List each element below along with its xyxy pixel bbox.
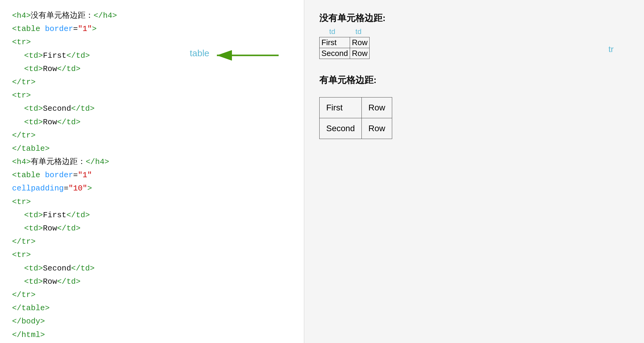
code-line: </tr> (12, 235, 292, 248)
table-cell: Row (350, 48, 370, 59)
code-line: </tr> (12, 288, 292, 301)
code-line: <td>Row</td> (12, 62, 292, 76)
td-labels: td td (320, 27, 629, 36)
code-line: </html> (12, 328, 292, 341)
code-line: </body> (12, 315, 292, 328)
code-line: <td>First</td> (12, 209, 292, 222)
code-line: </table> (12, 142, 292, 155)
code-line: <td>Second</td> (12, 262, 292, 275)
table-cell: First (320, 37, 350, 48)
code-line: </tr> (12, 129, 292, 142)
table-row: FirstRow (320, 37, 370, 48)
code-line: <td>Row</td> (12, 116, 292, 129)
code-line: <td>Row</td> (12, 222, 292, 235)
code-line: </table> (12, 301, 292, 315)
code-line: <tr> (12, 195, 292, 209)
table-cell: Second (320, 48, 350, 59)
table-with-padding: FirstRowSecondRow (319, 97, 392, 139)
code-line: <tr> (12, 36, 292, 49)
preview-panel: table tr 没有单元格边距: td td FirstRowSecondRo… (304, 0, 644, 343)
code-line: <td>Second</td> (12, 102, 292, 115)
code-line: <h4>有单元格边距：</h4> (12, 155, 292, 168)
tr-label: tr (608, 45, 614, 54)
arrow-icon (214, 49, 280, 63)
table-cell: Second (320, 118, 362, 139)
table-cell: First (320, 97, 362, 118)
table-cell: Row (350, 37, 370, 48)
table-row: SecondRow (320, 118, 392, 139)
table-row: FirstRow (320, 97, 392, 118)
td-label-2: td (348, 27, 369, 36)
code-line: <table border="1" (12, 168, 292, 182)
section1: 没有单元格边距: td td FirstRowSecondRow (319, 12, 629, 59)
section2-title: 有单元格边距: (319, 74, 629, 86)
code-line: </tr> (12, 76, 292, 89)
table-no-padding: FirstRowSecondRow (319, 37, 370, 59)
code-line: <tr> (12, 89, 292, 102)
table-row: SecondRow (320, 48, 370, 59)
table-label: table (190, 48, 209, 58)
section1-title: 没有单元格边距: (319, 12, 629, 24)
code-line: <tr> (12, 248, 292, 261)
table-cell: Row (361, 97, 392, 118)
code-line: <table border="1"> (12, 22, 292, 36)
code-line: <td>Row</td> (12, 275, 292, 288)
code-line: cellpadding="10"> (12, 182, 292, 195)
code-line: <h4>没有单元格边距：</h4> (12, 9, 292, 22)
section2: 有单元格边距: FirstRowSecondRow (319, 74, 629, 139)
table-cell: Row (361, 118, 392, 139)
td-label-1: td (320, 27, 344, 36)
